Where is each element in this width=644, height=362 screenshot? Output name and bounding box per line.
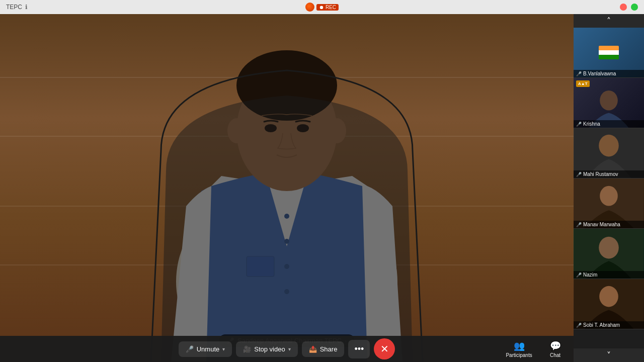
participant-label-2: 🎤 Krishna bbox=[574, 120, 644, 128]
chevron-down-icon: ˅ bbox=[607, 350, 611, 360]
more-options-button[interactable]: ••• bbox=[348, 340, 370, 358]
p3-name: Mahi Rustamov bbox=[583, 171, 618, 177]
svg-point-13 bbox=[600, 90, 618, 111]
chat-button[interactable]: 💬 Chat bbox=[546, 338, 565, 360]
participants-icon: 👥 bbox=[514, 340, 525, 351]
unmute-label: Unmute bbox=[197, 345, 220, 353]
dots-icon: ••• bbox=[354, 344, 364, 354]
participant-label-4: 🎤 Manav Marwaha bbox=[574, 221, 644, 228]
p1-mic-icon: 🎤 bbox=[576, 71, 582, 76]
titlebar: TEPC ℹ ⏺ REC bbox=[0, 0, 644, 14]
titlebar-center: ⏺ REC bbox=[305, 3, 339, 12]
app-title: TEPC bbox=[6, 4, 22, 11]
video-icon: 🎥 bbox=[243, 345, 251, 353]
p6-name: Sobi T. Abraham bbox=[583, 322, 620, 328]
participant-label-3: 🎤 Mahi Rustamov bbox=[574, 170, 644, 178]
share-button[interactable]: 📤 Share bbox=[302, 341, 345, 357]
titlebar-controls bbox=[620, 4, 638, 11]
unmute-button[interactable]: 🎤 Unmute ▾ bbox=[179, 341, 232, 357]
participants-button[interactable]: 👥 Participants bbox=[502, 338, 536, 360]
close-button[interactable] bbox=[620, 4, 627, 11]
p4-name: Manav Marwaha bbox=[583, 222, 620, 227]
svg-point-15 bbox=[599, 135, 619, 157]
info-icon: ℹ bbox=[25, 4, 28, 11]
speaker-video bbox=[0, 14, 574, 362]
participant-thumb-5[interactable]: 🎤 Nazim bbox=[574, 229, 644, 279]
end-call-button[interactable]: ✕ bbox=[374, 338, 395, 359]
participant-thumb-2[interactable]: A▲T 🎤 Krishna bbox=[574, 78, 644, 128]
participant-thumb-1[interactable]: 🎤 B.Vanlalvawna bbox=[574, 28, 644, 78]
svg-point-21 bbox=[599, 286, 618, 307]
p5-name: Nazim bbox=[583, 272, 597, 278]
p1-name: B.Vanlalvawna bbox=[583, 71, 616, 76]
stop-video-button[interactable]: 🎥 Stop video ▾ bbox=[236, 341, 297, 357]
toolbar: 🎤 Unmute ▾ 🎥 Stop video ▾ 📤 Share ••• ✕ bbox=[0, 336, 574, 362]
participants-panel: ˄ 🎤 B.Vanlalvawna A▲T bbox=[574, 14, 644, 362]
participant-label-1: 🎤 B.Vanlalvawna bbox=[574, 70, 644, 77]
share-icon: 📤 bbox=[309, 345, 317, 353]
p4-mic-icon: 🎤 bbox=[576, 222, 582, 227]
chat-icon: 💬 bbox=[550, 340, 561, 351]
participant-label-5: 🎤 Nazim bbox=[574, 271, 644, 279]
participant-thumb-6[interactable]: 🎤 Sobi T. Abraham bbox=[574, 279, 644, 329]
participant-thumb-4[interactable]: 🎤 Manav Marwaha bbox=[574, 178, 644, 229]
unmute-chevron: ▾ bbox=[222, 346, 225, 352]
india-flag bbox=[599, 46, 619, 60]
p6-mic-icon: 🎤 bbox=[576, 323, 582, 328]
video-chevron: ▾ bbox=[288, 346, 291, 352]
recording-dot: ⏺ bbox=[319, 5, 324, 10]
stop-video-label: Stop video bbox=[254, 345, 285, 353]
main-layout: 🎤 Sandeep Aggarwal Chairman TEPC › 🎤 Unm… bbox=[0, 14, 644, 362]
recording-badge: ⏺ REC bbox=[316, 4, 339, 11]
p5-mic-icon: 🎤 bbox=[576, 273, 582, 278]
maximize-button[interactable] bbox=[631, 4, 638, 11]
titlebar-left: TEPC ℹ bbox=[6, 4, 28, 11]
firefox-icon bbox=[305, 3, 314, 12]
chat-label: Chat bbox=[550, 352, 560, 358]
p2-mic-icon: 🎤 bbox=[576, 122, 582, 127]
participant-thumb-3[interactable]: 🎤 Mahi Rustamov bbox=[574, 128, 644, 178]
main-video-area: 🎤 Sandeep Aggarwal Chairman TEPC › 🎤 Unm… bbox=[0, 14, 574, 362]
participant-label-6: 🎤 Sobi T. Abraham bbox=[574, 321, 644, 329]
p3-mic-icon: 🎤 bbox=[576, 172, 582, 177]
p2-name: Krishna bbox=[583, 121, 600, 127]
scroll-down-button[interactable]: ˅ bbox=[574, 348, 644, 362]
chevron-up-icon: ˄ bbox=[607, 16, 611, 26]
participants-label: Participants bbox=[506, 352, 532, 358]
end-icon: ✕ bbox=[380, 343, 389, 355]
recording-label: REC bbox=[326, 5, 336, 10]
scroll-up-button[interactable]: ˄ bbox=[574, 14, 644, 28]
share-label: Share bbox=[320, 345, 338, 353]
svg-point-17 bbox=[600, 186, 618, 206]
svg-point-19 bbox=[599, 237, 619, 259]
mic-icon: 🎤 bbox=[186, 345, 194, 353]
